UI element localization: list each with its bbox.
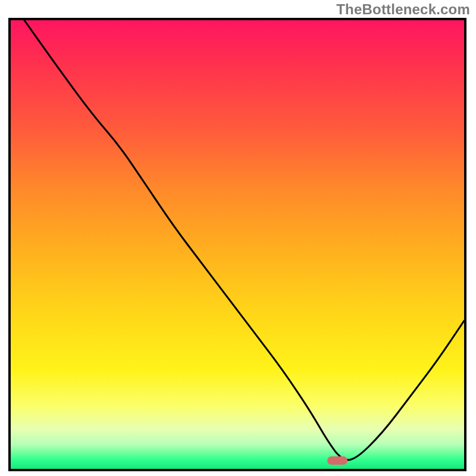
optimal-marker <box>327 456 347 465</box>
plot-area <box>8 18 466 471</box>
chart-frame: TheBottleneck.com <box>0 0 476 476</box>
watermark-text: TheBottleneck.com <box>336 1 470 18</box>
bottleneck-curve <box>11 20 464 469</box>
